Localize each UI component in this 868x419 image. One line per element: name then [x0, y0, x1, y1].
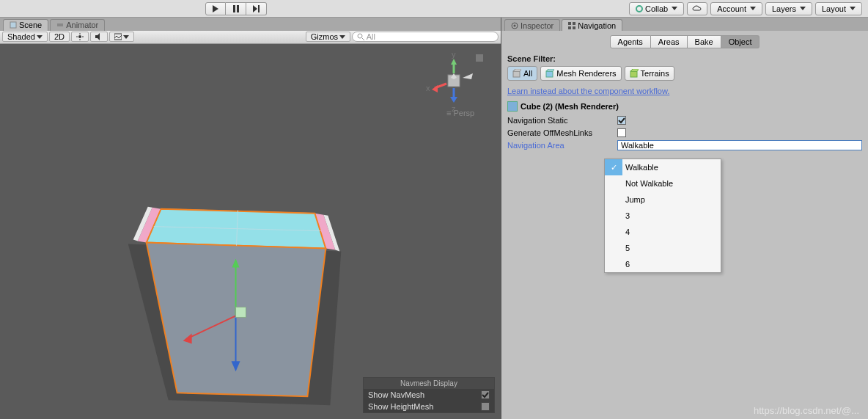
filter-mesh-renderers[interactable]: Mesh Renderers	[540, 66, 621, 81]
ditem-label: Walkable	[625, 163, 658, 172]
svg-marker-53	[513, 69, 521, 71]
svg-rect-51	[573, 26, 575, 29]
nav-static-checkbox[interactable]	[617, 116, 626, 125]
prop-generate-offmesh: Generate OffMeshLinks	[507, 127, 862, 139]
tab-animator-label: Animator	[66, 21, 98, 29]
ditem-label: Jump	[625, 195, 645, 204]
subtab-areas[interactable]: Areas	[651, 35, 688, 48]
layers-dropdown[interactable]: Layers	[765, 2, 812, 15]
main-area: Scene Animator Shaded 2D Gizmos All	[0, 18, 868, 419]
collab-dropdown[interactable]: Collab	[629, 2, 684, 15]
tab-scene[interactable]: Scene	[3, 19, 48, 31]
subtab-agents[interactable]: Agents	[610, 35, 651, 48]
ditem-label: 4	[625, 227, 630, 236]
account-label: Account	[717, 4, 746, 13]
svg-rect-6	[10, 22, 16, 28]
nav-area-dropdown[interactable]: Walkable	[617, 140, 862, 150]
dropdown-item-walkable[interactable]: ✓Walkable	[605, 159, 721, 175]
object-header: Cube (2) (Mesh Renderer)	[507, 101, 862, 112]
pause-button[interactable]	[226, 2, 246, 15]
svg-marker-36	[451, 59, 457, 65]
svg-text:≡ Persp: ≡ Persp	[446, 109, 474, 117]
tab-navigation-label: Navigation	[578, 21, 616, 30]
svg-marker-39	[432, 85, 438, 92]
account-dropdown[interactable]: Account	[710, 2, 762, 15]
subtab-areas-label: Areas	[658, 37, 680, 46]
dropdown-item-3[interactable]: 3	[605, 208, 721, 224]
svg-rect-50	[568, 26, 571, 29]
mesh-cube-icon	[545, 69, 554, 78]
scene-panel: Scene Animator Shaded 2D Gizmos All	[0, 18, 501, 419]
navigation-body: Scene Filter: All Mesh Renderers Terrain…	[501, 50, 868, 156]
gizmos-dropdown[interactable]: Gizmos	[306, 32, 350, 42]
scene-search[interactable]: All	[352, 32, 499, 42]
search-icon	[357, 33, 364, 40]
nav-area-value: Walkable	[621, 141, 654, 150]
svg-marker-13	[95, 33, 100, 40]
scene-tab-icon	[10, 21, 17, 29]
shaded-dropdown[interactable]: Shaded	[2, 32, 48, 42]
filter-terrains[interactable]: Terrains	[625, 66, 674, 81]
svg-point-15	[358, 34, 362, 38]
scene-filter-row: All Mesh Renderers Terrains	[507, 66, 862, 81]
gen-offmesh-checkbox[interactable]	[617, 128, 626, 137]
svg-rect-32	[236, 307, 246, 317]
tab-inspector[interactable]: Inspector	[504, 19, 560, 31]
learn-workflow-link[interactable]: Learn instead about the component workfl…	[507, 87, 862, 95]
scene-viewport[interactable]: y x z ≡ Persp Navme	[0, 44, 501, 419]
step-button[interactable]	[246, 2, 267, 15]
navigation-subtabs: Agents Areas Bake Object	[501, 34, 868, 50]
cloud-button[interactable]	[687, 2, 707, 15]
show-heightmesh-checkbox[interactable]	[481, 402, 490, 411]
ditem-label: 6	[625, 260, 630, 269]
svg-rect-52	[513, 71, 520, 77]
svg-text:y: y	[452, 51, 456, 59]
tab-animator[interactable]: Animator	[50, 19, 105, 31]
show-navmesh-row[interactable]: Show NavMesh	[364, 389, 494, 401]
play-button[interactable]	[205, 2, 226, 15]
audio-toggle[interactable]	[90, 32, 108, 42]
dropdown-item-jump[interactable]: Jump	[605, 192, 721, 208]
dropdown-item-5[interactable]: 5	[605, 240, 721, 256]
svg-rect-56	[630, 71, 637, 77]
2d-toggle[interactable]: 2D	[49, 32, 70, 42]
caret-down-icon	[750, 7, 756, 10]
svg-point-5	[636, 6, 642, 12]
dropdown-item-not-walkable[interactable]: Not Walkable	[605, 175, 721, 192]
play-controls	[205, 2, 267, 15]
dropdown-item-4[interactable]: 4	[605, 224, 721, 240]
svg-rect-54	[546, 71, 553, 77]
svg-marker-0	[213, 5, 218, 12]
orientation-gizmo[interactable]: y x z ≡ Persp	[424, 51, 486, 119]
caret-down-icon	[37, 35, 43, 39]
nav-area-dropdown-menu: ✓Walkable Not Walkable Jump 3 4 5 6	[604, 159, 721, 273]
object-title: Cube (2) (Mesh Renderer)	[521, 102, 619, 111]
tab-scene-label: Scene	[19, 21, 42, 29]
navmesh-display-overlay: Navmesh Display Show NavMesh Show Height…	[363, 377, 495, 413]
2d-label: 2D	[54, 32, 65, 41]
layers-label: Layers	[772, 4, 796, 13]
tab-navigation[interactable]: Navigation	[562, 19, 622, 31]
dropdown-item-6[interactable]: 6	[605, 256, 721, 272]
subtab-object[interactable]: Object	[721, 35, 760, 48]
filter-all[interactable]: All	[507, 66, 537, 81]
layout-dropdown[interactable]: Layout	[815, 2, 862, 15]
lighting-toggle[interactable]	[71, 32, 89, 42]
right-tab-row: Inspector Navigation	[501, 18, 868, 31]
svg-rect-2	[237, 5, 239, 12]
show-navmesh-checkbox[interactable]	[481, 390, 490, 399]
prop-navigation-static: Navigation Static	[507, 114, 862, 126]
svg-rect-1	[233, 5, 235, 12]
caret-down-icon	[339, 35, 345, 39]
ditem-label: Not Walkable	[625, 179, 673, 188]
svg-marker-42	[450, 97, 457, 103]
svg-marker-44	[463, 73, 473, 79]
filter-mesh-label: Mesh Renderers	[556, 69, 616, 78]
caret-down-icon	[123, 35, 129, 39]
subtab-bake[interactable]: Bake	[688, 35, 721, 48]
fx-dropdown[interactable]	[109, 32, 134, 42]
tab-inspector-label: Inspector	[521, 21, 553, 30]
show-heightmesh-row[interactable]: Show HeightMesh	[364, 401, 494, 412]
all-cube-icon	[512, 69, 521, 78]
scene-toolbar: Shaded 2D Gizmos All	[0, 31, 501, 44]
